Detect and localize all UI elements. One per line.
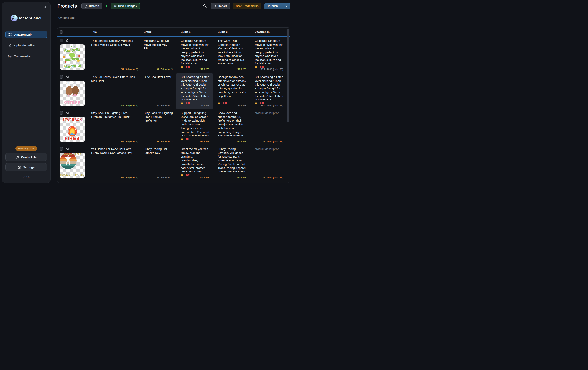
- bullet2-cell: Show love and support for the US firefig…: [213, 109, 250, 145]
- description-input[interactable]: Still searching a Otter lover clothing? …: [255, 75, 283, 100]
- bullet2-input[interactable]: Show love and support for the US firefig…: [218, 111, 246, 136]
- sidebar-collapse-button[interactable]: [43, 5, 47, 9]
- brand-char-count: 29 / 50 (min: 3): [156, 176, 173, 179]
- description-cell: product description... 0 / 2000 (min: 75…: [250, 145, 287, 181]
- brand-input[interactable]: Stay Back I'm Fighting Fires Fireman Fir…: [144, 111, 173, 122]
- bullet2-text: Cool gift for any sea otter lover for bi…: [218, 75, 246, 98]
- row-checkbox[interactable]: [60, 75, 63, 79]
- import-label: Import: [219, 4, 227, 8]
- warning-triangle-icon: [181, 102, 183, 104]
- title-input[interactable]: This Girl Loves Loves Otters Girls Kids …: [91, 75, 138, 83]
- completed-progress: 4/9 completed: [54, 12, 294, 19]
- cloud-download-icon[interactable]: [66, 147, 70, 150]
- sidebar-item-label: Uploaded Files: [14, 44, 35, 47]
- product-image-text: STAY BACK: [60, 118, 85, 121]
- table-row: STAY BACK FIRES Stay Back I'm Fighting F…: [57, 109, 290, 145]
- description-cell: Celebrate Cinco De Mayo in style with th…: [250, 37, 287, 73]
- bullet1-input[interactable]: Still searching a Otter lover clothing? …: [181, 75, 210, 100]
- description-input[interactable]: product description...: [255, 111, 283, 136]
- warning-triangle-icon: [181, 66, 183, 68]
- title-char-count: 59 / 60 (min: 3): [121, 176, 138, 179]
- title-input[interactable]: Will Dance For Race Car Parts Funny Raci…: [91, 147, 138, 155]
- bullet2-text: Funny Racing Sayings. Will dance for rac…: [218, 147, 246, 172]
- import-icon: [214, 5, 217, 8]
- title-cell: Stay Back I'm Fighting Fires Fireman Fir…: [88, 109, 141, 145]
- warning-term: : gift: [258, 101, 264, 104]
- row-checkbox[interactable]: [60, 111, 63, 115]
- row-checkbox[interactable]: [60, 39, 63, 42]
- table-body: THIS Señorita NEEDS A Margarita This Sen…: [57, 37, 290, 180]
- bullet1-char-count: 234 / 255: [199, 140, 210, 143]
- bullet2-input[interactable]: This witty 'This Senorita Needs A Margar…: [218, 39, 246, 64]
- description-text: product description...: [255, 111, 283, 115]
- trademark-warning: : gift: [218, 101, 246, 104]
- collapse-left-icon: [43, 6, 46, 9]
- search-button[interactable]: [202, 3, 208, 9]
- title-input[interactable]: This Senorita Needs A Margarita Fiesta M…: [91, 39, 138, 47]
- table-scrollbar[interactable]: [287, 29, 289, 122]
- sidebar-item-uploaded-files[interactable]: Uploaded Files: [5, 42, 47, 49]
- brand-input[interactable]: Cute Sea Otter Lover: [144, 75, 173, 79]
- scan-trademarks-label: Scan Trademarks: [236, 4, 258, 8]
- bullet1-input[interactable]: Celebrate Cinco De Mayo in style with th…: [181, 39, 210, 64]
- product-image[interactable]: STAY BACK FIRES: [60, 117, 85, 142]
- product-image[interactable]: THIS Señorita NEEDS A Margarita: [60, 44, 85, 70]
- publish-label: Publish: [264, 4, 281, 8]
- warning-term: : tee: [184, 137, 190, 140]
- bullet1-input[interactable]: Support Firefighting USA Hero job career…: [181, 111, 210, 136]
- brand-input[interactable]: Mexicans Cinco De Mayo Mexico May Fifth: [144, 39, 173, 50]
- brand-input[interactable]: Funny Racing Car Father's Day: [144, 147, 173, 155]
- cloud-download-icon[interactable]: [66, 39, 70, 42]
- warning-triangle-icon: [181, 174, 183, 176]
- settings-label: Settings: [23, 166, 34, 169]
- bullet1-cell: Great tee for yourself, family, grandpa,…: [176, 145, 213, 181]
- scan-trademarks-button[interactable]: Scan Trademarks: [233, 3, 262, 9]
- select-menu-chevron-icon[interactable]: [66, 30, 69, 33]
- product-image[interactable]: WILL DANCE FOR RACE CAR PARTS: [60, 152, 85, 178]
- description-char-count: 291 / 2000 (min: 75): [261, 104, 283, 107]
- cloud-download-icon[interactable]: [66, 75, 70, 79]
- bullet1-input[interactable]: Great tee for yourself, family, grandpa,…: [181, 147, 210, 172]
- column-header-bullet2: Bullet 2: [213, 30, 250, 33]
- publish-dropdown-toggle[interactable]: [283, 3, 290, 9]
- contact-us-button[interactable]: Contact Us: [5, 153, 47, 161]
- description-input[interactable]: Celebrate Cinco De Mayo in style with th…: [255, 39, 283, 64]
- sidebar-item-label: Trademarks: [14, 55, 31, 58]
- cloud-download-icon[interactable]: [66, 111, 70, 115]
- bullet2-cell: Funny Racing Sayings. Will dance for rac…: [213, 145, 250, 181]
- publish-button[interactable]: Publish: [264, 3, 290, 9]
- main-area: Products Refresh Save Changes Import Sca…: [54, 0, 294, 185]
- warning-term: : gift: [184, 101, 190, 104]
- description-input[interactable]: product description...: [255, 147, 283, 172]
- settings-button[interactable]: Settings: [5, 163, 47, 171]
- sidebar-item-amazon-lab[interactable]: Amazon Lab: [5, 31, 47, 38]
- refresh-label: Refresh: [89, 4, 99, 8]
- bullet2-char-count: 212 / 255: [236, 140, 246, 143]
- bullet2-cell: Cool gift for any sea otter lover for bi…: [213, 73, 250, 109]
- unsaved-status-dot: [105, 5, 107, 7]
- bullet2-input[interactable]: Cool gift for any sea otter lover for bi…: [218, 75, 246, 100]
- warning-term: : tee: [184, 173, 190, 176]
- table-header-row: Title Brand Bullet 1 Bullet 2 Descriptio…: [57, 28, 290, 37]
- trademark-icon: TM: [8, 54, 12, 58]
- refresh-button[interactable]: Refresh: [81, 3, 102, 9]
- sidebar-item-trademarks[interactable]: TM Trademarks: [5, 52, 47, 60]
- merchpanel-logo-icon: [11, 15, 18, 21]
- description-text: Celebrate Cinco De Mayo in style with th…: [255, 39, 283, 64]
- bullet1-text: Celebrate Cinco De Mayo in style with th…: [181, 39, 210, 64]
- title-cell: This Girl Loves Loves Otters Girls Kids …: [88, 73, 141, 109]
- bullet1-char-count: 217 / 255: [199, 68, 210, 71]
- row-checkbox[interactable]: [60, 147, 63, 150]
- brand-cell: Funny Racing Car Father's Day 29 / 50 (m…: [141, 145, 176, 181]
- product-image[interactable]: THIS GIRL Loves OTTERS: [60, 80, 85, 106]
- bullet2-input[interactable]: Funny Racing Sayings. Will dance for rac…: [218, 147, 246, 172]
- title-input[interactable]: Stay Back I'm Fighting Fires Fireman Fir…: [91, 111, 138, 119]
- chat-plus-icon: [16, 155, 19, 159]
- import-button[interactable]: Import: [211, 3, 230, 9]
- select-all-checkbox[interactable]: [60, 30, 63, 34]
- brand-char-count: 39 / 50 (min: 3): [156, 68, 173, 71]
- bullet1-cell: Still searching a Otter lover clothing? …: [176, 73, 213, 109]
- save-changes-button[interactable]: Save Changes: [111, 3, 140, 9]
- plan-badge: Monthly Plan: [15, 146, 37, 151]
- table-row: THIS GIRL Loves OTTERS This Girl Loves L…: [57, 72, 290, 109]
